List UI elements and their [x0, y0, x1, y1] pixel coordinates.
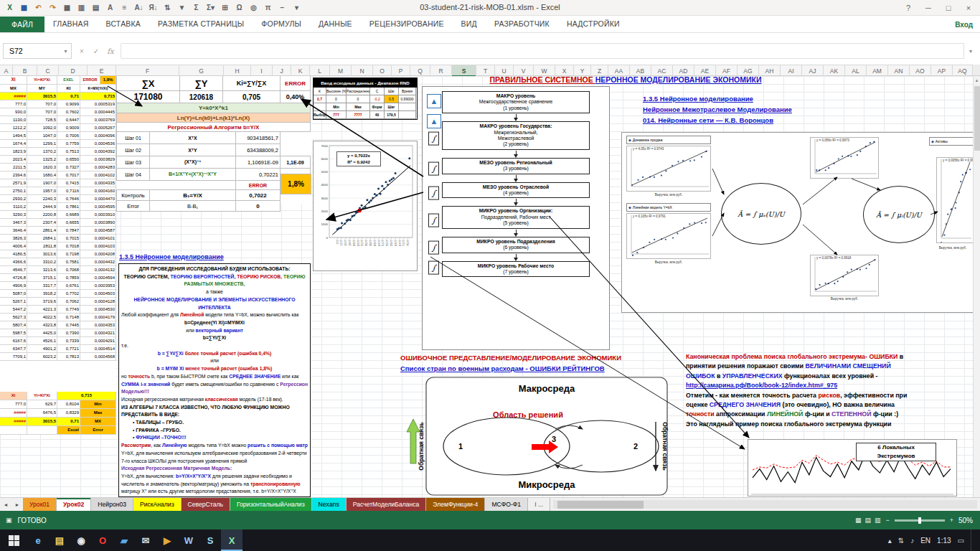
column-header-C[interactable]: C: [37, 65, 59, 77]
flowchart-level[interactable]: ∫ МАКРО уровень Государства: Межрегионал…: [423, 121, 609, 158]
cell[interactable]: 0,0004179: [80, 314, 116, 321]
column-header-AB[interactable]: AB: [630, 65, 651, 77]
name-box-dropdown-icon[interactable]: ▼: [63, 49, 71, 54]
cell[interactable]: 0,7018: [57, 242, 80, 250]
levels-flowchart[interactable]: ▲ ▲ ∫ МАКРО уровень Межгосударственное с…: [422, 86, 610, 350]
cell[interactable]: 0,7017: [57, 171, 80, 179]
customize-qat-icon[interactable]: ▾: [290, 1, 303, 14]
column-header-AP[interactable]: AP: [931, 65, 953, 77]
sheet-tab-nexans[interactable]: Nexans: [312, 498, 347, 511]
cell[interactable]: 5627,3: [0, 314, 27, 321]
cell[interactable]: 6347,7: [0, 345, 27, 353]
cell[interactable]: Регрессионный Алгоритм b=Y/X: [116, 122, 311, 132]
insert-function-icon[interactable]: fx: [103, 44, 118, 58]
name-box[interactable]: S72 ▼: [3, 43, 72, 59]
autosum-menu-icon[interactable]: Σ▾: [204, 1, 217, 14]
sheet-tab-severstal[interactable]: СеверСталь: [182, 498, 230, 511]
table-row[interactable]: 777,0 629,7 0,8104 Min: [0, 400, 116, 409]
cell[interactable]: 1620,3: [27, 164, 57, 171]
cell[interactable]: ∑Y: [179, 76, 223, 91]
cell[interactable]: 3013,6: [27, 250, 57, 258]
column-header-H[interactable]: H: [224, 65, 251, 77]
approximation-diagram[interactable]: ◆ Динамика продаж y = 4,05x R² = 0,9743 …: [621, 132, 973, 313]
cell[interactable]: 0,0004132: [80, 266, 116, 274]
formula-bar-expand-icon[interactable]: ▾: [964, 48, 977, 55]
cell[interactable]: 0,7015: [57, 235, 80, 242]
cell[interactable]: [27, 426, 57, 435]
cell[interactable]: 0,715: [80, 93, 116, 100]
cell[interactable]: 0,7445: [57, 321, 80, 329]
cell[interactable]: 0,0005319: [80, 100, 116, 108]
cell[interactable]: [314, 103, 326, 111]
cell[interactable]: 6476,5: [27, 409, 57, 418]
cell[interactable]: 0,0004392: [80, 148, 116, 156]
cell[interactable]: 0,6550: [57, 156, 80, 164]
taskbar-mail-icon[interactable]: ✉: [135, 529, 156, 551]
cell[interactable]: 2023,4: [0, 156, 27, 164]
sheet-tab-elemfunkcii-4[interactable]: ЭлемФункции-4: [426, 498, 485, 511]
cell[interactable]: 4323,8: [27, 321, 57, 329]
chart-icon[interactable]: ▥: [75, 1, 88, 14]
cell[interactable]: 2444,9: [27, 203, 57, 211]
cell[interactable]: 0,0004568: [80, 353, 116, 361]
cell[interactable]: 0,8329: [57, 409, 80, 418]
cell[interactable]: 2861,4: [27, 227, 57, 235]
column-header-AE[interactable]: AE: [694, 65, 716, 77]
sheet-tab-urok01[interactable]: Урок01: [23, 498, 57, 511]
column-header-J[interactable]: J: [273, 65, 291, 77]
tab-review[interactable]: РЕЦЕНЗИРОВАНИЕ: [361, 17, 453, 32]
table-row[interactable]: 1823,9 1370,2 0,7513 0,0004392: [0, 148, 116, 156]
column-header-AN[interactable]: AN: [888, 65, 910, 77]
tab-view[interactable]: ВИД: [453, 17, 486, 32]
cell[interactable]: MY: [27, 85, 57, 93]
cell[interactable]: 0,705: [222, 90, 281, 103]
cell[interactable]: 0,70221: [235, 168, 281, 181]
column-header-W[interactable]: W: [534, 65, 555, 77]
table-row[interactable]: 5627,3 4022,5 0,7148 0,0004179: [0, 314, 116, 321]
column-header-AL[interactable]: AL: [845, 65, 867, 77]
table-row[interactable]: 4906,9 3317,7 0,6761 0,0003953: [0, 282, 116, 290]
table-row[interactable]: 2750,1 1957,0 0,7116 0,0004160: [0, 187, 116, 195]
cell[interactable]: 0,7148: [57, 314, 80, 321]
cell[interactable]: 634388009,2: [235, 143, 281, 156]
table-row[interactable]: Excel Error: [0, 426, 116, 435]
cell[interactable]: 0,71: [57, 418, 80, 426]
cell[interactable]: 1,10691E-09: [235, 156, 281, 169]
cell[interactable]: 2307,4: [27, 219, 57, 227]
cell[interactable]: 2930,2: [0, 195, 27, 203]
cell[interactable]: 1,8%: [100, 76, 116, 85]
table-row[interactable]: 1130,0 728,5 0,6447 0,0003769: [0, 116, 116, 124]
cell[interactable]: Ln(Y)=Ln(k0)+Ln(k1)*Ln(X): [116, 113, 311, 123]
cell[interactable]: 0,7721: [57, 345, 80, 353]
help-button[interactable]: ?: [898, 0, 918, 16]
language-indicator[interactable]: EN: [920, 537, 930, 545]
table-row[interactable]: 1212,2 1092,0 0,9009 0,0005267: [0, 124, 116, 132]
cell[interactable]: 4901,2: [27, 345, 57, 353]
vertical-scroll-thumb[interactable]: [974, 86, 980, 151]
cell[interactable]: 3213,6: [27, 266, 57, 274]
cell[interactable]: 0,0004514: [80, 345, 116, 353]
cell[interactable]: Шаг 02: [116, 143, 150, 156]
cell[interactable]: 0,5: [385, 95, 399, 103]
tab-developer[interactable]: РАЗРАБОТЧИК: [486, 17, 558, 32]
column-header-B[interactable]: B: [13, 65, 37, 77]
horizontal-scroll-thumb[interactable]: [557, 501, 644, 509]
cell[interactable]: 0,7390: [57, 329, 80, 337]
cell[interactable]: 0,40%: [280, 90, 311, 103]
cell[interactable]: MX: [0, 85, 27, 93]
tab-file[interactable]: ФАЙЛ: [0, 17, 44, 32]
cancel-icon[interactable]: ×: [75, 44, 89, 58]
cell[interactable]: Шаг 04: [116, 168, 150, 181]
zoom-slider-thumb[interactable]: [918, 517, 921, 524]
cell[interactable]: 0,0004096: [80, 132, 116, 140]
cell[interactable]: 3317,7: [27, 282, 57, 290]
cell[interactable]: Max: [80, 409, 116, 418]
cell[interactable]: 903418561,7: [235, 131, 281, 144]
cell[interactable]: 2684,1: [27, 235, 57, 242]
cell[interactable]: B₁=Y/X: [149, 189, 236, 201]
column-header-P[interactable]: P: [392, 65, 410, 77]
cell[interactable]: 1494,5: [0, 132, 27, 140]
column-header-N[interactable]: N: [352, 65, 373, 77]
tab-insert[interactable]: ВСТАВКА: [98, 17, 149, 32]
sort-icon[interactable]: ⇅: [161, 1, 174, 14]
